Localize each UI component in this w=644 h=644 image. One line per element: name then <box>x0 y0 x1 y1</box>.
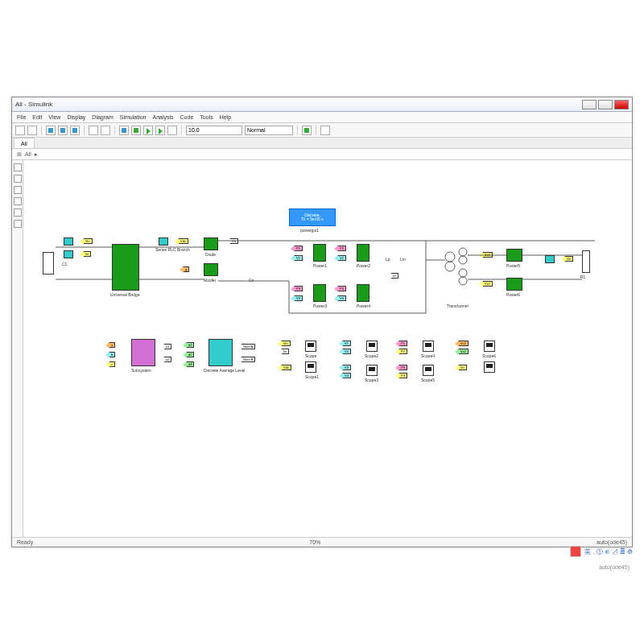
maximize-button[interactable] <box>598 100 613 109</box>
breadcrumb-item[interactable]: All <box>25 151 31 157</box>
sc-h2[interactable]: P2 <box>398 349 407 354</box>
from-p2b[interactable]: V2 <box>337 255 346 261</box>
menu-display[interactable]: Display <box>67 114 85 120</box>
goto-vdc[interactable]: Vdc <box>178 238 188 244</box>
menu-diagram[interactable]: Diagram <box>92 114 113 120</box>
mosfet-block[interactable] <box>204 263 218 276</box>
fast-restart-button[interactable] <box>302 126 312 135</box>
sc-i3[interactable]: Vo <box>458 365 467 370</box>
title-bar[interactable]: All - Simulink <box>12 97 632 112</box>
run-button[interactable] <box>143 126 153 135</box>
goto-vout[interactable]: Vo <box>564 256 573 262</box>
sc-f2[interactable]: Iin <box>281 349 289 354</box>
power4-block[interactable] <box>357 284 369 302</box>
up-button[interactable] <box>70 126 80 135</box>
goto-cout[interactable]: Cn <box>229 238 238 244</box>
palette-btn-2[interactable] <box>14 175 22 183</box>
power2-block[interactable] <box>357 244 369 262</box>
goto-da[interactable]: Gate A <box>241 344 255 349</box>
palette-btn-4[interactable] <box>14 197 22 205</box>
sec-block-2[interactable] <box>506 278 522 291</box>
sc-i1[interactable]: Vs1 <box>458 341 469 346</box>
sc-h1[interactable]: P1 <box>398 341 407 346</box>
palette-btn-6[interactable] <box>14 220 22 228</box>
scope-6[interactable] <box>423 365 434 376</box>
tab-all[interactable]: All <box>14 138 35 148</box>
palette-btn-1[interactable] <box>14 163 22 171</box>
from-p4b[interactable]: V4 <box>337 295 346 301</box>
minimize-button[interactable] <box>582 100 597 109</box>
from-p1b[interactable]: V1 <box>294 255 303 261</box>
step-back-button[interactable] <box>119 126 129 135</box>
library-button[interactable] <box>89 126 98 135</box>
menu-file[interactable]: File <box>17 114 26 120</box>
goto-db[interactable]: Gate B <box>241 357 255 362</box>
from-gate[interactable]: g <box>183 266 189 272</box>
from-s3[interactable]: c <box>109 361 115 367</box>
v-measure-1[interactable] <box>64 237 73 246</box>
menu-view[interactable]: View <box>48 114 60 120</box>
scope-8[interactable] <box>484 361 495 373</box>
menu-code[interactable]: Code <box>180 114 194 120</box>
build-button[interactable] <box>320 126 330 135</box>
sc-h4[interactable]: P4 <box>398 373 407 378</box>
canvas[interactable]: Discrete, Ts = 5e-05 s powergui1 Vin Iin… <box>23 160 632 537</box>
palette-btn-3[interactable] <box>14 186 22 194</box>
load-block[interactable] <box>582 250 590 273</box>
scope-4[interactable] <box>366 365 378 376</box>
scope-3[interactable] <box>366 341 378 352</box>
close-button[interactable] <box>614 100 629 109</box>
from-p4a[interactable]: P4 <box>337 286 346 291</box>
stop-button[interactable] <box>167 126 177 135</box>
ime-icon[interactable] <box>570 546 581 557</box>
from-d2[interactable]: d2 <box>186 352 194 357</box>
from-p3b[interactable]: V3 <box>294 295 303 301</box>
from-trf[interactable]: trf <box>390 273 398 279</box>
sec-block-1[interactable] <box>506 249 522 262</box>
goto-iin[interactable]: Iin <box>83 251 91 257</box>
open-button[interactable] <box>27 126 37 135</box>
forward-button[interactable] <box>58 126 68 135</box>
from-p2a[interactable]: P2 <box>337 246 346 251</box>
rlc-measure[interactable] <box>159 237 168 246</box>
scope-5[interactable] <box>423 341 434 352</box>
from-s1[interactable]: a <box>109 342 115 348</box>
goto-o2[interactable]: o2 <box>163 357 171 362</box>
power3-block[interactable] <box>313 284 326 302</box>
goto-vin[interactable]: Vin <box>83 238 93 244</box>
diode-block[interactable] <box>204 237 218 250</box>
out-measure[interactable] <box>545 255 555 263</box>
sc-f1[interactable]: Vin <box>281 341 291 346</box>
sc-f3[interactable]: Vdc <box>281 365 291 370</box>
menu-analysis[interactable]: Analysis <box>152 114 173 120</box>
menu-help[interactable]: Help <box>220 114 231 120</box>
scope-7[interactable] <box>484 341 495 352</box>
scope-1[interactable] <box>305 341 316 352</box>
mode-select[interactable] <box>245 126 293 135</box>
from-p3a[interactable]: P3 <box>294 286 303 291</box>
goto-vs2[interactable]: Vs2 <box>482 281 493 287</box>
from-d1[interactable]: d1 <box>186 342 194 348</box>
powergui-block[interactable]: Discrete, Ts = 5e-05 s <box>289 208 336 226</box>
sc-g4[interactable]: V4 <box>342 373 351 378</box>
sc-i2[interactable]: Vs2 <box>458 349 469 354</box>
sc-g2[interactable]: V2 <box>342 349 351 354</box>
subsystem-block[interactable] <box>131 339 155 366</box>
stop-time-input[interactable] <box>186 126 242 135</box>
ac-source[interactable] <box>43 252 54 275</box>
back-button[interactable] <box>46 126 56 135</box>
step-button[interactable] <box>131 126 141 135</box>
from-p1a[interactable]: P1 <box>294 246 303 251</box>
scope-2[interactable] <box>305 361 316 373</box>
sc-g3[interactable]: V3 <box>342 365 351 370</box>
i-measure-1[interactable] <box>64 250 73 258</box>
nav-up-icon[interactable]: ⊞ <box>17 151 22 158</box>
power1-block[interactable] <box>313 244 326 262</box>
save-button[interactable] <box>15 126 25 135</box>
from-d3[interactable]: d3 <box>186 361 194 367</box>
palette-btn-5[interactable] <box>14 208 22 217</box>
discrete-avg[interactable] <box>208 339 233 366</box>
menu-tools[interactable]: Tools <box>200 114 213 120</box>
sc-h3[interactable]: P3 <box>398 365 407 370</box>
goto-vs1[interactable]: Vs1 <box>482 252 493 258</box>
